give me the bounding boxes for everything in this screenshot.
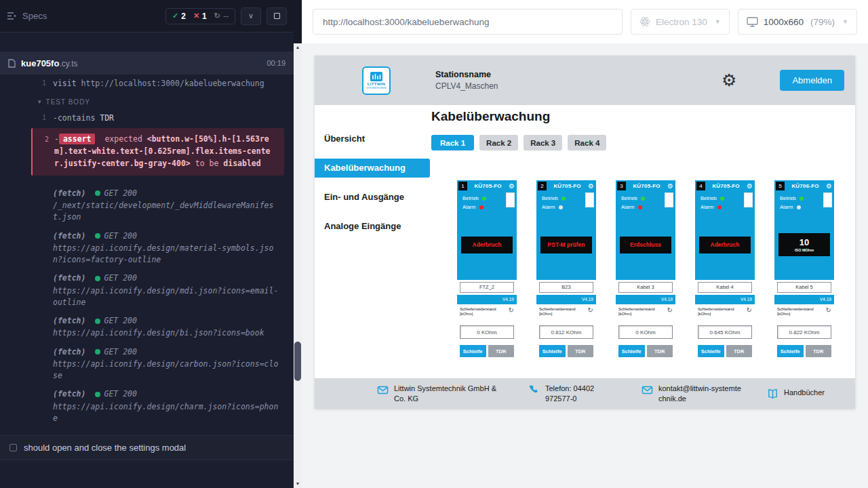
card-gear-icon[interactable]: ⚙ [667,183,673,190]
card-gear-icon[interactable]: ⚙ [747,183,753,190]
electron-icon [639,16,650,27]
status-box: Aderbruch [699,237,751,253]
resistance-value: 0 KOhm [618,325,673,339]
fetch-log-entry[interactable]: (fetch)GET 200 https://api.iconify.desig… [0,224,294,266]
refresh-icon[interactable]: ↻ [588,307,593,314]
spec-name: kue705fo.cy.ts [21,58,78,68]
rack-tabs: Rack 1 Rack 2 Rack 3 Rack 4 [431,135,855,150]
tdr-button[interactable]: TDR [726,345,753,357]
fetch-log-entry[interactable]: (fetch)GET 200 https://api.iconify.desig… [0,266,294,308]
test-block-icon [9,444,17,451]
tab-rack-1[interactable]: Rack 1 [431,135,474,150]
chevron-down-icon: ▼ [715,18,721,25]
failed-assert-command[interactable]: 2 -assert expected <button.w-[50%].h-[1.… [31,128,284,175]
tab-rack-2[interactable]: Rack 2 [479,135,518,150]
firmware-version: V4.19 [695,295,755,304]
command-visit[interactable]: 1 visit http://localhost:3000/kabelueber… [0,76,294,92]
schleife-button[interactable]: Schleife [539,345,566,357]
tab-rack-3[interactable]: Rack 3 [524,135,562,150]
schleife-button[interactable]: Schleife [618,345,645,357]
logout-button[interactable]: Abmelden [780,70,844,91]
app-sidebar: Übersicht Kabelüberwachung Ein- und Ausg… [315,105,430,378]
sidebar-item-uebersicht[interactable]: Übersicht [315,129,430,148]
sidebar-item-ein-und-ausgaenge[interactable]: Ein- und Ausgänge [315,188,430,207]
refresh-icon[interactable]: ↻ [747,307,752,314]
spec-bar[interactable]: kue705fo.cy.ts 00:19 [0,52,294,75]
footer-email: kontakt@littwin-systemtechnik.de [642,384,743,404]
settings-gear-icon[interactable]: ⚙ [722,72,736,89]
littwin-logo: LITTWIN SYSTEMTECHNIK [362,66,391,95]
refresh-icon[interactable]: ↻ [667,307,673,314]
command-log: 1 visit http://localhost:3000/kabelueber… [0,75,294,488]
phone-icon [528,384,540,396]
tdr-button[interactable]: TDR [806,345,832,357]
aut-viewport-area: LITTWIN SYSTEMTECHNIK Stationsname CPLV4… [302,43,868,488]
card-number: 3 [617,182,626,190]
tdr-button[interactable]: TDR [488,345,515,357]
card-number: 5 [776,182,785,190]
aut-panel: Electron 130 ▼ 1000x660 (79%) ▼ LITTWIN … [302,0,868,488]
card-indicator [665,192,673,207]
test-body-toggle[interactable]: ▾ TEST BODY [0,92,294,110]
betrieb-led [800,197,804,201]
footer-manuals-link[interactable]: Handbücher [767,388,825,400]
stop-run-button[interactable] [267,7,287,25]
url-input[interactable] [313,9,623,35]
status-ok-dot [95,319,100,324]
scroll-up-arrow[interactable]: ▲ [294,43,302,52]
station-info: Stationsname CPLV4_Maschen [435,70,498,91]
tab-rack-4[interactable]: Rack 4 [568,135,606,150]
device-card-2: 2KÜ705-FO⚙ Betrieb Alarm PST-M prüfen B2… [536,180,596,378]
reporter-scrollbar[interactable]: ▲ ▼ [294,43,302,488]
card-gear-icon[interactable]: ⚙ [588,183,594,190]
logo-building-icon [370,72,382,81]
card-gear-icon[interactable]: ⚙ [509,183,515,190]
cable-name: Kabel 4 [698,282,752,293]
firmware-version: V4.19 [774,295,834,304]
card-number: 4 [696,182,705,190]
scroll-down-arrow[interactable]: ▼ [294,480,302,488]
collapse-button[interactable]: ∨ [241,7,261,25]
sidebar-item-analoge-eingaenge[interactable]: Analoge Eingänge [315,217,430,236]
status-ok-dot [95,190,100,196]
fetch-log-entry[interactable]: (fetch)GET 200 https://api.iconify.desig… [0,382,294,424]
device-card-3: 3KÜ705-FO⚙ Betrieb Alarm Erdschluss Kabe… [616,180,675,378]
refresh-icon[interactable]: ↻ [509,307,514,314]
chevron-down-icon: ▾ [38,98,42,105]
iso-status-box: 10 ISO MOhm [778,233,830,256]
check-icon: ✓ [172,12,178,20]
tdr-button[interactable]: TDR [647,345,673,357]
specs-menu-button[interactable]: Specs [7,11,47,21]
footer-company: Littwin Systemtechnik GmbH & Co. KG [377,384,504,404]
command-contains[interactable]: 1 -contains TDR [0,110,294,126]
card-indicator [823,192,832,207]
stop-icon [274,13,280,19]
card-gear-icon[interactable]: ⚙ [826,183,832,190]
aut-toolbar: Electron 130 ▼ 1000x660 (79%) ▼ [302,0,868,43]
fetch-log-entry[interactable]: (fetch)GET 200 https://api.iconify.desig… [0,308,294,340]
next-test-row[interactable]: should open and close the settings modal [0,435,294,460]
status-box: PST-M prüfen [540,237,592,253]
card-indicator [506,192,515,207]
cable-name: FTZ_2 [460,282,514,293]
schleife-button[interactable]: Schleife [777,345,804,357]
refresh-icon[interactable]: ↻ [826,307,831,314]
betrieb-led [720,197,724,201]
chevron-down-icon: ▼ [842,18,848,25]
fetch-log-entry[interactable]: (fetch)GET 200 /_next/static/development… [0,181,294,224]
browser-select[interactable]: Electron 130 ▼ [631,9,730,35]
app-frame: LITTWIN SYSTEMTECHNIK Stationsname CPLV4… [315,56,855,409]
betrieb-led [482,197,486,201]
card-model: KÜ705-FO [627,183,666,189]
schleife-button[interactable]: Schleife [698,345,724,357]
viewport-select[interactable]: 1000x660 (79%) ▼ [738,9,857,35]
device-card-5: 5KÜ706-FO⚙ Betrieb Alarm 10 ISO MOhm [774,180,834,378]
schleife-button[interactable]: Schleife [460,345,486,357]
tdr-button[interactable]: TDR [568,345,594,357]
fetch-log-entry[interactable]: (fetch)GET 200 https://api.iconify.desig… [0,340,294,382]
refresh-icon: ↻ [214,12,220,20]
sidebar-item-kabelueberwachung[interactable]: Kabelüberwachung [315,159,430,178]
scrollbar-thumb[interactable] [294,342,301,381]
device-cards: 1KÜ705-FO⚙ Betrieb Alarm Aderbruch FTZ_2… [457,180,855,378]
status-ok-dot [95,276,100,281]
